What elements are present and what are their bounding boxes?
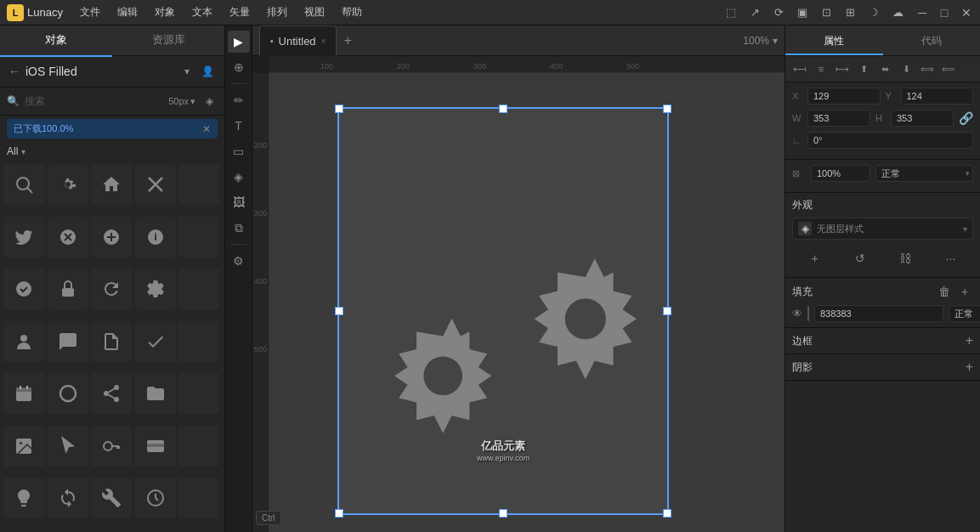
tool-pen[interactable]: ✏ (228, 89, 250, 111)
window-close[interactable]: ✕ (960, 6, 973, 20)
icon-cell-person[interactable] (3, 321, 44, 362)
icon-cell-lock[interactable] (48, 269, 88, 309)
toolbar-icon-1[interactable]: ⬚ (722, 3, 740, 22)
size-selector[interactable]: 50px ▾ (168, 96, 195, 107)
icon-cell-home[interactable] (91, 164, 132, 205)
menu-file[interactable]: 文件 (73, 3, 107, 21)
fill-delete[interactable]: 🗑 (936, 283, 953, 300)
rt-align-top[interactable]: ⬆ (854, 59, 873, 78)
window-maximize[interactable]: □ (938, 6, 951, 20)
appear-reset[interactable]: ↺ (848, 246, 872, 270)
icon-cell-twitter[interactable] (3, 217, 44, 258)
icon-cell-folder[interactable] (135, 373, 176, 414)
icon-cell-settings-small[interactable] (135, 269, 176, 309)
handle-tl[interactable] (335, 105, 343, 113)
fill-color-input[interactable] (814, 305, 943, 322)
menu-help[interactable]: 帮助 (335, 3, 369, 21)
tool-component[interactable]: ⧉ (228, 217, 250, 239)
toolbar-icon-cloud[interactable]: ☁ (888, 3, 907, 22)
window-minimize[interactable]: ─ (915, 6, 929, 20)
border-add[interactable]: + (966, 333, 973, 348)
rt-align-middle[interactable]: ⬌ (875, 59, 894, 78)
rt-align-bottom[interactable]: ⬇ (897, 59, 915, 78)
handle-br[interactable] (663, 509, 671, 518)
back-button[interactable]: ← (8, 65, 20, 78)
tab-close-btn[interactable]: × (321, 37, 326, 46)
icon-cell-key[interactable] (91, 426, 132, 467)
icon-cell-calendar[interactable] (3, 373, 44, 414)
fill-visibility[interactable]: 👁 (792, 308, 802, 320)
toolbar-icon-3[interactable]: ⟳ (769, 3, 788, 22)
tab-objects[interactable]: 对象 (0, 25, 112, 57)
library-user-icon[interactable]: 👤 (199, 63, 216, 80)
icon-cell-info[interactable]: i (135, 217, 176, 258)
tool-image[interactable]: 🖼 (228, 191, 250, 213)
tab-properties[interactable]: 属性 (785, 25, 883, 55)
rt-align-right[interactable]: ⟼ (833, 59, 852, 78)
icon-cell-file[interactable] (91, 321, 132, 362)
icon-cell-circle[interactable] (48, 373, 88, 414)
icon-cell-circle-x[interactable] (48, 217, 88, 258)
angle-input[interactable] (807, 132, 973, 149)
tool-select[interactable]: ▶ (228, 31, 250, 53)
icon-cell-gear[interactable] (48, 164, 88, 205)
handle-mr[interactable] (663, 307, 671, 315)
menu-text[interactable]: 文本 (185, 3, 219, 21)
menu-vector[interactable]: 矢量 (223, 3, 257, 21)
handle-bl[interactable] (335, 509, 343, 518)
icon-cell-refresh[interactable] (91, 269, 132, 309)
library-dropdown[interactable]: ▾ (178, 63, 195, 80)
icon-cell-chat[interactable] (48, 321, 88, 362)
rt-align-center[interactable]: ≡ (812, 59, 830, 78)
rt-align-left[interactable]: ⟻ (790, 59, 809, 78)
menu-view[interactable]: 视图 (297, 3, 331, 21)
x-input[interactable] (807, 88, 881, 105)
tab-add-btn[interactable]: + (337, 25, 358, 56)
w-input[interactable] (807, 110, 870, 127)
shadow-add[interactable]: + (966, 359, 973, 375)
menu-arrange[interactable]: 排列 (260, 3, 294, 21)
tool-zoom[interactable]: ⊕ (228, 56, 250, 78)
toolbar-icon-5[interactable]: ⊡ (817, 3, 836, 22)
icon-cell-card[interactable] (135, 426, 176, 467)
handle-tr[interactable] (663, 105, 671, 113)
icon-cell-wrench[interactable] (91, 478, 132, 518)
y-input[interactable] (901, 88, 974, 105)
download-close[interactable]: ✕ (202, 123, 211, 135)
menu-edit[interactable]: 编辑 (110, 3, 144, 21)
all-dropdown[interactable]: All ▾ (0, 142, 224, 161)
icon-cell-close[interactable] (135, 164, 176, 205)
design-frame[interactable]: 亿品元素 www.epinv.com (337, 107, 669, 515)
icon-cell-search[interactable] (3, 164, 44, 205)
tab-library[interactable]: 资源库 (112, 25, 224, 57)
icon-cell-clock[interactable] (135, 478, 176, 518)
canvas-content[interactable]: 100 200 300 400 500 200 300 400 500 (252, 56, 785, 532)
search-input[interactable] (25, 95, 163, 107)
canvas-background[interactable]: 亿品元素 www.epinv.com (269, 73, 785, 532)
icon-cell-check-circle[interactable] (3, 269, 44, 309)
zoom-control[interactable]: 100% ▾ (743, 35, 778, 47)
icon-cell-cursor[interactable] (48, 426, 88, 467)
handle-ml[interactable] (335, 307, 343, 315)
lock-ratio-btn[interactable]: 🔗 (959, 111, 973, 125)
tool-rect[interactable]: ▭ (228, 140, 250, 162)
fill-blend-select[interactable]: 正常 正片叠底 (949, 305, 980, 322)
icon-cell-plus-circle[interactable] (91, 217, 132, 258)
fill-add[interactable]: + (956, 283, 973, 300)
tool-settings2[interactable]: ⚙ (228, 250, 250, 272)
appear-more[interactable]: ··· (938, 246, 962, 270)
icon-cell-share[interactable] (91, 373, 132, 414)
handle-bc[interactable] (499, 509, 507, 518)
icon-cell-bulb[interactable] (3, 478, 44, 518)
appear-link[interactable]: ⛓ (893, 246, 917, 270)
menu-object[interactable]: 对象 (148, 3, 182, 21)
handle-tc[interactable] (499, 105, 507, 113)
rt-dist-h[interactable]: ⟺ (918, 59, 937, 78)
icon-cell-image[interactable] (3, 426, 44, 467)
tool-text[interactable]: T (228, 115, 250, 137)
icon-cell-check[interactable] (135, 321, 176, 362)
toolbar-icon-moon[interactable]: ☽ (864, 3, 883, 22)
appear-add[interactable]: + (803, 246, 827, 270)
icon-cell-refresh2[interactable] (48, 478, 88, 518)
toolbar-icon-grid[interactable]: ⊞ (841, 3, 859, 22)
